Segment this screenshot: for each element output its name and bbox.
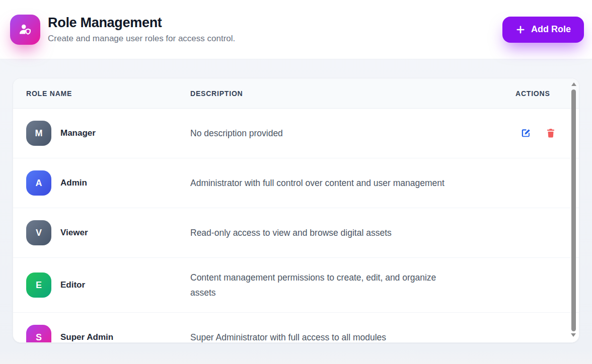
role-description: Super Administrator with full access to …	[190, 330, 445, 343]
table-row: S Super Admin Super Administrator with f…	[13, 313, 579, 343]
table-body: M Manager No description provided	[13, 109, 579, 343]
scrollbar-down-arrow-icon[interactable]	[571, 333, 576, 337]
page-subtitle: Create and manage user roles for access …	[48, 34, 235, 44]
table-row: V Viewer Read-only access to view and br…	[13, 208, 579, 258]
edit-icon[interactable]	[521, 128, 532, 139]
role-avatar-initial: M	[35, 128, 43, 139]
role-cell: M Manager	[26, 121, 190, 146]
add-role-label: Add Role	[531, 24, 571, 35]
column-role-name: ROLE NAME	[26, 89, 190, 98]
role-cell: E Editor	[26, 272, 190, 298]
user-shield-icon	[10, 15, 40, 45]
role-avatar: S	[26, 325, 51, 343]
role-description: Administrator with full control over con…	[190, 175, 445, 191]
role-name: Manager	[60, 128, 96, 138]
role-description: Content management permissions to create…	[190, 270, 445, 300]
role-avatar-initial: A	[36, 178, 42, 189]
page-title: Role Management	[48, 15, 235, 31]
roles-table-card: ROLE NAME DESCRIPTION ACTIONS M Manager …	[13, 78, 579, 343]
plus-icon	[515, 25, 526, 35]
role-avatar-initial: E	[36, 280, 42, 291]
role-avatar: A	[26, 170, 51, 196]
column-description: DESCRIPTION	[190, 89, 515, 98]
role-avatar: M	[26, 121, 51, 146]
scrollbar-up-arrow-icon[interactable]	[571, 82, 576, 86]
table-row: M Manager No description provided	[13, 109, 579, 158]
role-avatar-initial: V	[36, 228, 42, 238]
vertical-scrollbar[interactable]	[570, 80, 577, 341]
role-description: Read-only access to view and browse digi…	[190, 225, 445, 240]
role-name: Admin	[60, 178, 87, 188]
scrollbar-thumb[interactable]	[571, 89, 576, 331]
role-name: Super Admin	[60, 332, 113, 342]
role-cell: A Admin	[26, 170, 190, 196]
table-header-row: ROLE NAME DESCRIPTION ACTIONS	[13, 78, 579, 109]
role-cell: V Viewer	[26, 220, 190, 245]
role-avatar: V	[26, 220, 51, 245]
role-name: Editor	[60, 280, 85, 290]
column-actions: ACTIONS	[515, 89, 566, 98]
trash-icon[interactable]	[546, 128, 556, 139]
table-row: A Admin Administrator with full control …	[13, 158, 579, 208]
row-actions	[515, 128, 566, 139]
role-cell: S Super Admin	[26, 325, 190, 343]
add-role-button[interactable]: Add Role	[502, 17, 584, 43]
header-text: Role Management Create and manage user r…	[48, 15, 235, 44]
role-description: No description provided	[190, 126, 445, 141]
role-avatar-initial: S	[36, 332, 42, 343]
page-header: Role Management Create and manage user r…	[0, 0, 592, 59]
role-avatar: E	[26, 272, 51, 298]
table-row: E Editor Content management permissions …	[13, 258, 579, 313]
role-name: Viewer	[60, 228, 88, 238]
